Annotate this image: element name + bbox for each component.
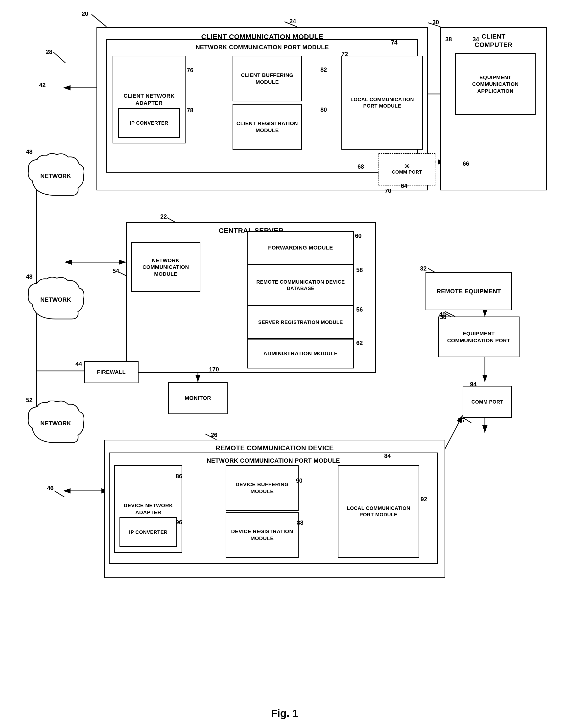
equipment-comm-port-label: EQUIPMENT COMMUNICATION PORT bbox=[439, 328, 519, 346]
ip-converter-top-box: IP CONVERTER bbox=[118, 108, 180, 138]
label-42: 42 bbox=[39, 82, 46, 89]
label-84: 84 bbox=[384, 453, 391, 459]
device-network-adapter-box: DEVICE NETWORK ADAPTER IP CONVERTER bbox=[114, 465, 182, 553]
monitor-label: MONITOR bbox=[185, 395, 211, 402]
label-76: 76 bbox=[187, 67, 193, 74]
remote-equipment-box: REMOTE EQUIPMENT bbox=[426, 272, 512, 310]
svg-line-43 bbox=[445, 312, 455, 317]
client-buffering-module-label: CLIENT BUFFERING MODULE bbox=[233, 70, 301, 87]
network-comm-module-box: NETWORK COMMUNICATION MODULE bbox=[131, 242, 200, 292]
figure-title: Fig. 1 bbox=[235, 707, 334, 719]
label-58: 58 bbox=[356, 267, 363, 273]
client-buffering-module-box: CLIENT BUFFERING MODULE bbox=[232, 56, 302, 101]
label-48b: 48 bbox=[26, 273, 33, 280]
label-34: 34 bbox=[473, 36, 479, 43]
firewall-box: FIREWALL bbox=[84, 361, 138, 383]
ip-converter-bottom-label: IP CONVERTER bbox=[129, 529, 168, 535]
label-80: 80 bbox=[321, 106, 327, 113]
label-70: 70 bbox=[385, 187, 391, 194]
label-74: 74 bbox=[391, 39, 398, 46]
label-38-right: 38 bbox=[440, 314, 447, 320]
label-86: 86 bbox=[176, 473, 182, 480]
local-comm-port-module-bottom-box: LOCAL COMMUNICATION PORT MODULE bbox=[338, 465, 419, 558]
network-comm-port-module-top-label: NETWORK COMMUNICATION PORT MODULE bbox=[196, 43, 329, 51]
forwarding-module-label: FORWARDING MODULE bbox=[268, 244, 333, 251]
device-buffering-module-label: DEVICE BUFFERING MODULE bbox=[226, 480, 298, 496]
svg-text:NETWORK: NETWORK bbox=[40, 420, 71, 427]
network-mid-cloud: NETWORK bbox=[25, 277, 87, 324]
label-92: 92 bbox=[421, 496, 427, 503]
network-comm-module-label: NETWORK COMMUNICATION MODULE bbox=[132, 255, 200, 279]
network-bot-cloud: NETWORK bbox=[25, 401, 87, 448]
svg-text:NETWORK: NETWORK bbox=[40, 296, 71, 303]
remote-comm-device-db-label: REMOTE COMMUNICATION DEVICE DATABASE bbox=[248, 277, 353, 294]
label-20: 20 bbox=[82, 10, 88, 17]
equipment-comm-port-box: EQUIPMENT COMMUNICATION PORT bbox=[438, 317, 520, 357]
label-22: 22 bbox=[160, 213, 167, 220]
comm-port-top-box: 36 COMM PORT bbox=[379, 153, 435, 185]
label-88: 88 bbox=[297, 519, 304, 526]
device-registration-module-label: DEVICE REGISTRATION MODULE bbox=[226, 527, 298, 543]
local-comm-port-module-top-box: LOCAL COMMUNICATION PORT MODULE bbox=[342, 56, 423, 150]
label-44: 44 bbox=[75, 361, 82, 367]
comm-port-right-box: COMM PORT bbox=[463, 386, 512, 418]
label-62: 62 bbox=[356, 340, 363, 346]
ip-converter-bottom-box: IP CONVERTER bbox=[119, 517, 177, 547]
ip-converter-top-label: IP CONVERTER bbox=[130, 120, 168, 126]
client-registration-module-label: CLIENT REGISTRATION MODULE bbox=[233, 119, 301, 135]
administration-module-box: ADMINISTRATION MODULE bbox=[247, 339, 354, 368]
equipment-comm-app-box: EQUIPMENT COMMUNICATION APPLICATION bbox=[455, 53, 536, 115]
label-48a: 48 bbox=[26, 148, 33, 155]
comm-port-top-label: 36 COMM PORT bbox=[392, 163, 422, 175]
label-66: 66 bbox=[463, 160, 469, 167]
client-network-adapter-box: CLIENT NETWORK ADAPTER IP CONVERTER bbox=[112, 56, 185, 143]
label-82: 82 bbox=[321, 66, 327, 73]
label-30: 30 bbox=[433, 19, 439, 26]
label-24: 24 bbox=[290, 18, 296, 25]
remote-equipment-label: REMOTE EQUIPMENT bbox=[437, 287, 501, 295]
server-registration-module-label: SERVER REGISTRATION MODULE bbox=[257, 318, 344, 327]
label-72: 72 bbox=[342, 51, 348, 58]
client-registration-module-box: CLIENT REGISTRATION MODULE bbox=[232, 104, 302, 150]
local-comm-port-module-bottom-label: LOCAL COMMUNICATION PORT MODULE bbox=[339, 503, 419, 520]
label-38-top: 38 bbox=[445, 36, 452, 43]
label-90: 90 bbox=[296, 477, 303, 484]
label-60: 60 bbox=[355, 232, 362, 239]
label-96: 96 bbox=[176, 519, 182, 526]
svg-line-5 bbox=[53, 52, 66, 63]
local-comm-port-module-top-label: LOCAL COMMUNICATION PORT MODULE bbox=[342, 94, 422, 111]
label-170: 170 bbox=[209, 366, 219, 373]
label-94: 94 bbox=[470, 381, 477, 388]
label-36-right: 36 bbox=[458, 417, 464, 424]
label-56: 56 bbox=[356, 306, 363, 313]
equipment-comm-app-label: EQUIPMENT COMMUNICATION APPLICATION bbox=[456, 72, 535, 96]
server-registration-module-box: SERVER REGISTRATION MODULE bbox=[247, 305, 354, 339]
remote-comm-device-db-box: REMOTE COMMUNICATION DEVICE DATABASE bbox=[247, 265, 354, 305]
device-registration-module-box: DEVICE REGISTRATION MODULE bbox=[225, 512, 299, 558]
monitor-box: MONITOR bbox=[168, 382, 227, 414]
remote-comm-device-label: REMOTE COMMUNICATION DEVICE bbox=[215, 444, 334, 453]
svg-line-4 bbox=[91, 14, 106, 27]
label-26: 26 bbox=[211, 432, 217, 438]
administration-module-label: ADMINISTRATION MODULE bbox=[263, 350, 338, 357]
firewall-label: FIREWALL bbox=[97, 369, 126, 376]
network-comm-port-module-bottom-label: NETWORK COMMUNICATION PORT MODULE bbox=[207, 457, 340, 464]
label-52: 52 bbox=[26, 397, 33, 404]
label-68: 68 bbox=[358, 163, 364, 170]
forwarding-module-box: FORWARDING MODULE bbox=[247, 231, 354, 265]
comm-port-right-label: COMM PORT bbox=[472, 399, 503, 405]
label-46: 46 bbox=[47, 485, 54, 492]
network-top-cloud: NETWORK bbox=[25, 153, 87, 200]
label-54: 54 bbox=[112, 268, 119, 274]
device-buffering-module-box: DEVICE BUFFERING MODULE bbox=[225, 465, 299, 511]
client-network-adapter-label: CLIENT NETWORK ADAPTER bbox=[113, 90, 185, 109]
label-32: 32 bbox=[420, 265, 427, 272]
label-64: 64 bbox=[401, 182, 408, 189]
diagram: 20 24 28 30 CLIENT COMMUNICATION MODULE … bbox=[0, 0, 569, 728]
label-28: 28 bbox=[46, 48, 52, 55]
label-78: 78 bbox=[187, 107, 193, 114]
svg-text:NETWORK: NETWORK bbox=[40, 173, 71, 179]
device-network-adapter-label: DEVICE NETWORK ADAPTER bbox=[115, 500, 181, 518]
svg-line-57 bbox=[54, 491, 64, 497]
